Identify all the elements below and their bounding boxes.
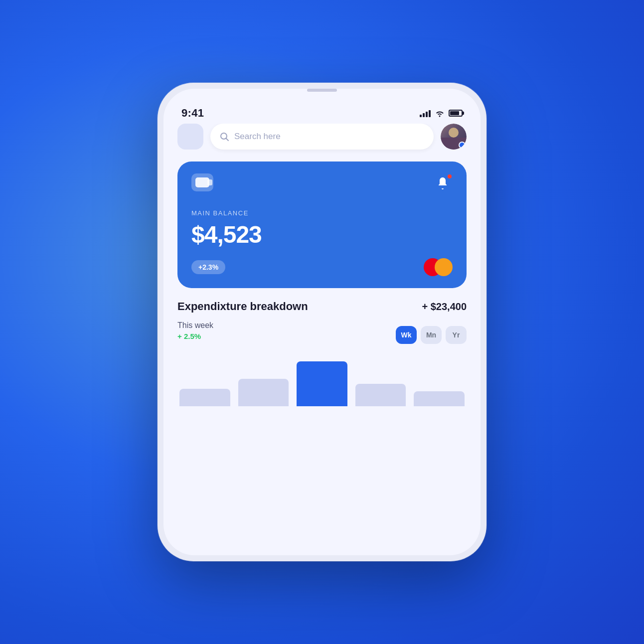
- card-header: [191, 173, 453, 193]
- chart-bar-4: [355, 356, 406, 406]
- bar-chart: [177, 356, 467, 406]
- bell-notification-dot: [447, 173, 453, 179]
- battery-icon: [449, 110, 463, 117]
- search-icon: [219, 132, 229, 142]
- search-bar[interactable]: Search here: [210, 124, 434, 150]
- expenditure-title: Expendixture breakdown: [177, 300, 308, 313]
- period-row: This week + 2.5% Wk Mn Yr: [177, 321, 467, 348]
- search-placeholder: Search here: [234, 132, 281, 142]
- status-time: 9:41: [181, 107, 204, 120]
- chart-bar-5: [414, 356, 465, 406]
- period-btn-week[interactable]: Wk: [396, 326, 417, 344]
- status-bar: 9:41: [163, 98, 481, 124]
- chart-bar-1: [179, 356, 230, 406]
- period-change: + 2.5%: [177, 332, 213, 340]
- period-label: This week: [177, 321, 213, 330]
- balance-card: MAIN BALANCE $4,523 +2.3%: [177, 161, 467, 288]
- signal-icon: [420, 109, 431, 117]
- svg-line-1: [226, 139, 229, 141]
- search-row: Search here: [177, 124, 467, 150]
- balance-amount: $4,523: [191, 221, 453, 248]
- mastercard-yellow-circle: [435, 258, 453, 276]
- period-btn-year[interactable]: Yr: [446, 326, 467, 344]
- period-btn-month[interactable]: Mn: [421, 326, 442, 344]
- avatar[interactable]: [441, 124, 467, 150]
- status-icons: [420, 109, 463, 117]
- expenditure-total: + $23,400: [422, 301, 467, 313]
- period-buttons: Wk Mn Yr: [396, 326, 467, 344]
- mastercard-logo: [424, 258, 453, 276]
- phone-frame: 9:41: [158, 83, 486, 561]
- wifi-icon: [435, 109, 445, 117]
- speaker: [307, 89, 337, 92]
- balance-label: MAIN BALANCE: [191, 209, 453, 217]
- expenditure-header: Expendixture breakdown + $23,400: [177, 300, 467, 313]
- avatar-status-dot: [459, 142, 466, 149]
- wallet-icon: [191, 173, 213, 191]
- change-badge: +2.3%: [191, 260, 225, 274]
- card-footer: +2.3%: [191, 258, 453, 276]
- chart-bar-2: [238, 356, 289, 406]
- main-content: Search here: [163, 124, 481, 555]
- notification-bell-button[interactable]: [433, 173, 453, 193]
- chart-bar-3: [297, 356, 347, 406]
- menu-button[interactable]: [177, 124, 203, 150]
- phone-screen: 9:41: [163, 89, 481, 555]
